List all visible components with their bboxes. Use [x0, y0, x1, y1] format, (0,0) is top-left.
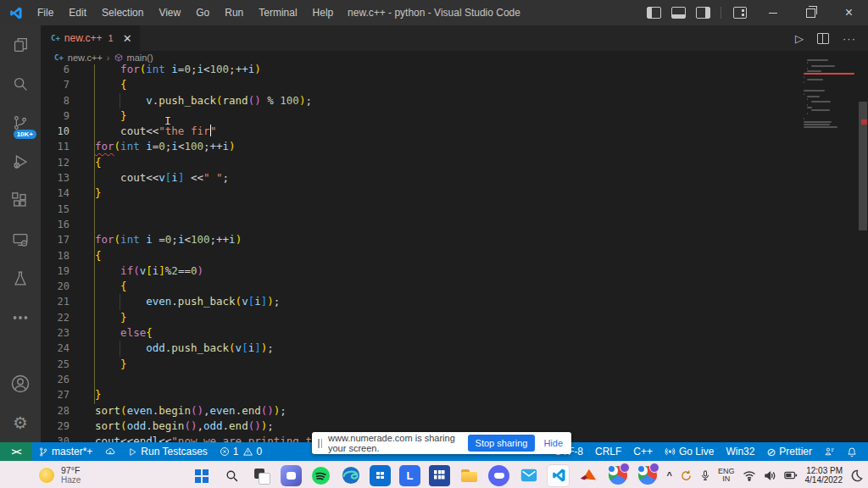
clock[interactable]: 12:03 PM 4/14/2022	[805, 466, 843, 485]
eol-status[interactable]: CRLF	[589, 442, 627, 461]
microsoft-store-icon[interactable]	[370, 465, 391, 486]
hide-banner-link[interactable]: Hide	[541, 438, 565, 448]
code-line-15[interactable]	[95, 202, 802, 217]
teams-chat-icon[interactable]	[281, 465, 302, 486]
code-line-23[interactable]: else{	[95, 325, 802, 341]
platform-status[interactable]: Win32	[720, 442, 760, 461]
calendar-icon[interactable]	[429, 465, 450, 486]
problems-status[interactable]: 1 0	[214, 442, 268, 461]
search-icon[interactable]	[0, 64, 41, 103]
toggle-panel-icon[interactable]	[671, 7, 686, 19]
account-icon[interactable]	[0, 364, 41, 403]
menu-terminal[interactable]: Terminal	[251, 0, 304, 25]
code-line-28[interactable]: sort(even.begin(),even.end());	[95, 403, 802, 419]
notifications-button[interactable]	[841, 442, 863, 461]
drag-handle-icon[interactable]	[318, 439, 322, 448]
line-number: 12	[41, 155, 70, 170]
run-code-icon[interactable]: ▷	[795, 32, 804, 45]
remote-explorer-icon[interactable]	[0, 220, 41, 259]
breadcrumb-symbol[interactable]: main()	[127, 53, 153, 63]
git-branch-status[interactable]: master*+	[32, 442, 98, 461]
code-line-21[interactable]: even.push_back(v[i]);	[95, 294, 802, 309]
close-button[interactable]: ×	[830, 0, 868, 25]
code-line-9[interactable]: }	[95, 108, 802, 124]
menu-edit[interactable]: Edit	[61, 0, 94, 25]
task-view-icon[interactable]	[251, 465, 272, 486]
tab-new-cpp[interactable]: C+ new.c++ 1 ✕	[41, 25, 140, 51]
chrome-profile-2-icon[interactable]	[637, 465, 658, 486]
code-line-14[interactable]: }	[95, 186, 802, 201]
menu-file[interactable]: File	[30, 0, 61, 25]
matlab-icon[interactable]	[577, 465, 598, 486]
start-button-icon[interactable]	[192, 465, 213, 486]
testing-icon[interactable]	[0, 259, 41, 298]
customize-layout-icon[interactable]	[733, 7, 747, 19]
code-line-8[interactable]: v.push_back(rand() % 100);	[95, 93, 802, 108]
source-control-icon[interactable]: 10K+	[0, 103, 41, 142]
l-app-icon[interactable]: L	[399, 465, 420, 486]
code-line-20[interactable]: {	[95, 279, 802, 294]
edge-icon[interactable]	[340, 465, 361, 486]
run-testcases-button[interactable]: Run Testcases	[122, 442, 214, 461]
code-line-16[interactable]	[95, 217, 802, 232]
toggle-secondary-sidebar-icon[interactable]	[696, 7, 710, 19]
language-mode-status[interactable]: C++	[627, 442, 659, 461]
hidden-icons-chevron[interactable]: ^	[667, 470, 672, 480]
code-line-22[interactable]: }	[95, 310, 802, 325]
code-line-26[interactable]	[95, 372, 802, 387]
code-lines[interactable]: for(int i=0;i<100;++i) { v.push_back(ran…	[95, 64, 802, 442]
remote-indicator[interactable]: ><	[0, 442, 32, 461]
spotify-icon[interactable]	[310, 465, 331, 486]
code-line-12[interactable]: {	[95, 155, 802, 170]
code-line-24[interactable]: odd.push_back(v[i]);	[95, 341, 802, 356]
code-line-27[interactable]: }	[95, 387, 802, 402]
code-line-10[interactable]: cout<<"the fir"	[95, 124, 802, 139]
minimize-button[interactable]	[754, 0, 792, 25]
explorer-icon[interactable]	[0, 25, 41, 64]
battery-icon[interactable]	[784, 470, 798, 480]
code-line-25[interactable]: }	[95, 357, 802, 372]
menu-go[interactable]: Go	[188, 0, 217, 25]
focus-assist-moon-icon[interactable]	[850, 469, 863, 482]
sync-changes-button[interactable]	[98, 442, 122, 461]
microphone-icon[interactable]	[700, 469, 710, 482]
settings-gear-icon[interactable]: ⚙	[0, 403, 41, 442]
vscode-taskbar-icon[interactable]	[548, 465, 569, 486]
code-line-6[interactable]: for(int i=0;i<100;++i)	[95, 64, 802, 77]
split-editor-icon[interactable]	[817, 33, 829, 44]
more-icon[interactable]	[0, 298, 41, 337]
wifi-icon[interactable]	[743, 470, 756, 481]
code-line-17[interactable]: for(int i =0;i<100;++i)	[95, 232, 802, 247]
breadcrumb-file[interactable]: new.c++	[68, 53, 103, 63]
language-indicator[interactable]: ENGIN	[718, 468, 735, 484]
tab-close-icon[interactable]: ✕	[123, 32, 132, 45]
update-sync-icon[interactable]	[680, 469, 693, 482]
extensions-icon[interactable]	[0, 181, 41, 220]
stop-sharing-button[interactable]: Stop sharing	[468, 435, 536, 452]
discord-icon[interactable]	[488, 465, 509, 486]
code-line-18[interactable]: {	[95, 248, 802, 263]
toggle-sidebar-icon[interactable]	[647, 7, 661, 19]
menu-view[interactable]: View	[151, 0, 188, 25]
editor-more-actions-icon[interactable]: ···	[843, 32, 856, 45]
code-line-13[interactable]: cout<<v[i] <<" ";	[95, 170, 802, 186]
editor-scrollbar[interactable]	[858, 25, 868, 442]
volume-icon[interactable]	[764, 470, 776, 481]
minimap[interactable]	[804, 59, 856, 129]
run-debug-icon[interactable]	[0, 142, 41, 181]
code-line-19[interactable]: if(v[i]%2==0)	[95, 263, 802, 279]
weather-widget[interactable]: 97°F Haze	[39, 462, 81, 488]
menu-selection[interactable]: Selection	[94, 0, 151, 25]
go-live-button[interactable]: Go Live	[659, 442, 720, 461]
menu-help[interactable]: Help	[305, 0, 342, 25]
chrome-profile-1-icon[interactable]	[607, 465, 628, 486]
file-explorer-icon[interactable]	[459, 465, 480, 486]
mail-icon[interactable]	[518, 465, 539, 486]
code-line-11[interactable]: for(int i=0;i<100;++i)	[95, 139, 802, 154]
prettier-status[interactable]: ⊘ Prettier	[760, 442, 818, 461]
menu-run[interactable]: Run	[217, 0, 251, 25]
feedback-button[interactable]	[818, 442, 841, 461]
restore-button[interactable]	[792, 0, 830, 25]
code-line-7[interactable]: {	[95, 77, 802, 92]
taskbar-search-icon[interactable]	[221, 465, 242, 486]
